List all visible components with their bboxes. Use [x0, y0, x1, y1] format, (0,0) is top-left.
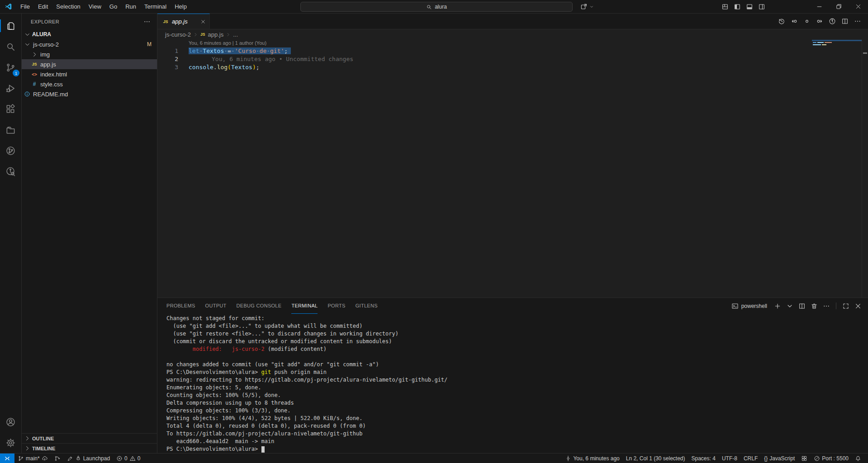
- rocket-icon: [75, 455, 81, 462]
- status-gitlens-blame[interactable]: You, 6 minutes ago: [562, 454, 622, 463]
- commit-graph-button[interactable]: [826, 15, 838, 27]
- current-change-button[interactable]: [801, 15, 813, 27]
- tree-item-index-html[interactable]: <>index.html: [22, 69, 157, 79]
- status-live-server-port[interactable]: Port : 5500: [811, 454, 852, 463]
- status-gitlens-commit-graph[interactable]: [51, 454, 64, 463]
- maximize-panel-button[interactable]: [840, 301, 851, 312]
- activity-explorer[interactable]: [0, 15, 21, 36]
- file-history-button[interactable]: [776, 15, 787, 27]
- more-actions-button[interactable]: [852, 15, 863, 27]
- activity-extensions[interactable]: [0, 99, 21, 119]
- more-actions-icon[interactable]: [143, 18, 151, 25]
- outline-section[interactable]: OUTLINE: [22, 433, 157, 443]
- window-minimize-button[interactable]: [810, 0, 829, 13]
- tree-item-label: app.js: [40, 61, 56, 68]
- sidebar-title: EXPLORER: [31, 19, 59, 24]
- toggle-secondary-sidebar-button[interactable]: [755, 0, 768, 13]
- toggle-panel-button[interactable]: [743, 0, 755, 13]
- status-notifications[interactable]: [852, 454, 864, 463]
- minimap-code-strip: [825, 42, 832, 43]
- breadcrumb-item[interactable]: app.js: [208, 31, 223, 38]
- breadcrumb-item[interactable]: js-curso-2: [165, 31, 191, 38]
- split-editor-button[interactable]: [839, 15, 851, 27]
- more-actions-button[interactable]: [821, 301, 832, 312]
- tab-label: app.js: [172, 18, 188, 25]
- customize-layout-button[interactable]: [719, 0, 731, 13]
- command-center-search[interactable]: alura: [300, 2, 573, 12]
- activity-gitlens[interactable]: [0, 140, 21, 161]
- menu-selection[interactable]: Selection: [52, 0, 84, 13]
- kill-terminal-button[interactable]: [809, 301, 820, 312]
- gitlens-codelens[interactable]: You, 6 minutes ago | 1 author (You): [157, 39, 868, 47]
- panel-action-buttons: [772, 301, 863, 312]
- activity-settings[interactable]: [0, 432, 21, 453]
- status-gitlens-launchpad[interactable]: Launchpad: [64, 454, 113, 463]
- editor-group: JS app.js js-curso-2JSapp.js... You, 6 m…: [157, 14, 868, 453]
- panel-tab-ports[interactable]: PORTS: [327, 298, 345, 314]
- activity-accounts[interactable]: [0, 411, 21, 432]
- menu-edit[interactable]: Edit: [34, 0, 52, 13]
- status-cursor-position[interactable]: Ln 2, Col 1 (30 selected): [623, 454, 688, 463]
- tree-item-app-js[interactable]: JSapp.js: [22, 59, 157, 69]
- menu-terminal[interactable]: Terminal: [140, 0, 171, 13]
- vscode-logo-icon: [0, 3, 16, 10]
- overview-ruler[interactable]: [862, 39, 868, 298]
- status-extension-tools[interactable]: [798, 454, 811, 463]
- files-icon: [5, 21, 16, 31]
- panel-tab-debug-console[interactable]: DEBUG CONSOLE: [237, 298, 282, 314]
- activity-search[interactable]: [0, 36, 21, 57]
- menu-go[interactable]: Go: [105, 0, 121, 13]
- terminal-shell-label[interactable]: powershell: [731, 302, 767, 310]
- terminal-profile-picker-button[interactable]: [784, 301, 795, 312]
- code-line-1[interactable]: 1let·Textos·=·'Curso·de·git';: [157, 47, 868, 55]
- activity-remote-explorer[interactable]: [0, 119, 21, 140]
- panel-tab-output[interactable]: OUTPUT: [205, 298, 227, 314]
- menu-file[interactable]: File: [16, 0, 34, 13]
- next-change-icon: [816, 18, 823, 25]
- tree-item-style-css[interactable]: #style.css: [22, 79, 157, 89]
- panel-tab-terminal[interactable]: TERMINAL: [291, 298, 318, 314]
- tree-item-js-curso-2[interactable]: js-curso-2M: [22, 39, 157, 49]
- toggle-primary-sidebar-button[interactable]: [731, 0, 743, 13]
- window-close-button[interactable]: [849, 0, 868, 13]
- status-encoding[interactable]: UTF-8: [719, 454, 740, 463]
- activity-run-and-debug[interactable]: [0, 78, 21, 99]
- status-language-mode[interactable]: {}JavaScript: [761, 454, 798, 463]
- new-terminal-button[interactable]: [772, 301, 783, 312]
- split-terminal-button[interactable]: [797, 301, 807, 312]
- breadcrumb[interactable]: js-curso-2JSapp.js...: [157, 29, 868, 39]
- close-icon[interactable]: [200, 19, 206, 24]
- copilot-menu[interactable]: [580, 0, 595, 13]
- workspace-root-row[interactable]: ALURA: [22, 29, 157, 39]
- status-eol[interactable]: CRLF: [740, 454, 761, 463]
- menu-help[interactable]: Help: [171, 0, 191, 13]
- next-change-button[interactable]: [814, 15, 825, 27]
- menu-view[interactable]: View: [85, 0, 105, 13]
- panel-tab-problems[interactable]: PROBLEMS: [166, 298, 195, 314]
- breadcrumb-item[interactable]: ...: [233, 31, 238, 38]
- tab-app-js[interactable]: JS app.js: [157, 14, 210, 29]
- code-line-2[interactable]: 2You, 6 minutes ago • Uncommitted change…: [157, 55, 868, 63]
- line-number: 3: [157, 63, 189, 71]
- minimap[interactable]: [812, 39, 862, 298]
- status-problems[interactable]: 00: [113, 454, 143, 463]
- previous-change-button[interactable]: [788, 15, 800, 27]
- code-text: console.log(Textos);: [189, 63, 260, 71]
- panel-tab-gitlens[interactable]: GITLENS: [356, 298, 378, 314]
- tree-item-README-md[interactable]: README.md: [22, 89, 157, 99]
- status-indentation[interactable]: Spaces: 4: [688, 454, 719, 463]
- commit-graph-icon: [54, 455, 61, 462]
- menu-run[interactable]: Run: [121, 0, 140, 13]
- code-editor[interactable]: You, 6 minutes ago | 1 author (You) 1let…: [157, 39, 868, 298]
- terminal-output[interactable]: Changes not staged for commit: (use "git…: [157, 314, 868, 453]
- status-git-branch[interactable]: main*: [14, 454, 51, 463]
- window-restore-button[interactable]: [829, 0, 849, 13]
- status-remote-window-indicator[interactable]: [0, 454, 14, 463]
- code-line-3[interactable]: 3console.log(Textos);: [157, 63, 868, 71]
- close-panel-button[interactable]: [853, 301, 863, 312]
- minimize-icon: [816, 3, 823, 10]
- activity-source-control[interactable]: 1: [0, 57, 21, 78]
- activity-gitlens-inspect[interactable]: [0, 161, 21, 182]
- tree-item-img[interactable]: img: [22, 49, 157, 59]
- timeline-section[interactable]: TIMELINE: [22, 443, 157, 453]
